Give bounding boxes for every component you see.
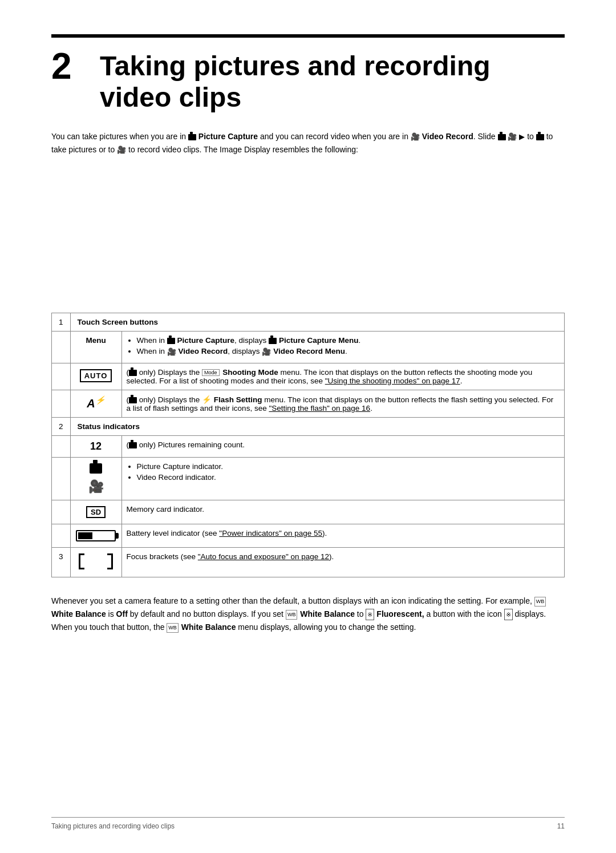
table-row-flash: A⚡ ( only) Displays the ⚡ Flash Setting … (52, 390, 565, 417)
cam-icon-count (129, 442, 137, 448)
table-row-cam-vid: 🎥 Picture Capture indicator. Video Recor… (52, 457, 565, 500)
count-desc-cell: ( only) Pictures remaining count. (121, 435, 564, 457)
section-header-status: Status indicators (70, 417, 564, 435)
row-num-1: 1 (52, 313, 71, 331)
page: 2 Taking pictures and recording video cl… (0, 0, 616, 853)
camvid-desc-list: Picture Capture indicator. Video Record … (137, 462, 560, 482)
empty-num (52, 331, 71, 363)
top-rule (51, 34, 565, 38)
camera-sym (75, 462, 117, 475)
battery-icon-cell (70, 524, 121, 547)
intro-paragraph: You can take pictures when you are in Pi… (51, 130, 565, 156)
white-balance-label-2: White Balance (300, 609, 355, 618)
menu-desc-cell: When in Picture Capture, displays Pictur… (121, 331, 564, 363)
cam-icon-auto (129, 370, 137, 376)
table-row-12: 12 ( only) Pictures remaining count. (52, 435, 565, 457)
empty-num-battery (52, 524, 71, 547)
empty-num-auto (52, 363, 71, 390)
table-row-menu: Menu When in Picture Capture, displays P… (52, 331, 565, 363)
menu-label: Menu (86, 336, 106, 345)
video-record-m1: Video Record (179, 347, 228, 355)
wb-icon-1: WB (534, 597, 546, 607)
vid-icon-m2: 🎥 (262, 347, 271, 356)
power-indicators-link[interactable]: "Power indicators" on page 55 (219, 529, 322, 537)
table-row-2: 2 Status indicators (52, 417, 565, 435)
section-header-touchscreen: Touch Screen buttons (70, 313, 564, 331)
focus-brackets-icon (79, 553, 113, 569)
shooting-modes-link[interactable]: "Using the shooting modes" on page 17 (325, 377, 460, 385)
camera-icon-inline (188, 134, 196, 140)
auto-icon-cell: AUTO (70, 363, 121, 390)
cam-icon-m1 (167, 338, 175, 344)
camvid-icon-cell: 🎥 (70, 457, 121, 500)
flash-icon: A⚡ (87, 397, 104, 410)
chapter-title: Taking pictures and recording video clip… (100, 48, 565, 113)
menu-desc-item-1: When in Picture Capture, displays Pictur… (137, 336, 560, 345)
bracket-left (79, 553, 84, 569)
shooting-mode-label: Shooting Mode (222, 368, 278, 377)
table-row-1: 1 Touch Screen buttons (52, 313, 565, 331)
camera-icon-slide1 (498, 134, 506, 140)
menu-desc-list: When in Picture Capture, displays Pictur… (137, 336, 560, 356)
video-icon-inline: 🎥 (411, 131, 420, 143)
auto-focus-link[interactable]: "Auto focus and exposure" on page 12 (198, 552, 329, 561)
to-word: to (527, 132, 536, 141)
camera-icon-slide2 (536, 134, 544, 140)
wb-icon-3: WB (167, 623, 179, 633)
camvid-desc-1: Picture Capture indicator. (137, 462, 560, 471)
sd-icon: SD (86, 506, 106, 518)
count-icon-cell: 12 (70, 435, 121, 457)
video-icon-slide: 🎥 (508, 131, 517, 143)
mode-icon: Mode (202, 369, 220, 376)
table-row-auto: AUTO ( only) Displays the Mode Shooting … (52, 363, 565, 390)
flash-desc-cell: ( only) Displays the ⚡ Flash Setting men… (121, 390, 564, 417)
empty-num-camvid (52, 457, 71, 500)
reference-table: 1 Touch Screen buttons Menu When in Pict… (51, 313, 565, 577)
white-balance-label-1: White Balance (51, 609, 106, 618)
fluor-icon-2: ※ (504, 609, 513, 620)
vid-icon-m1: 🎥 (167, 347, 176, 356)
video-record-label: Video Record (422, 132, 473, 141)
battery-desc-cell: Battery level indicator (see "Power indi… (121, 524, 564, 547)
brackets-desc-cell: Focus brackets (see "Auto focus and expo… (121, 547, 564, 577)
off-label: Off (116, 609, 128, 618)
video-record-menu: Video Record Menu (273, 347, 345, 355)
bracket-right (107, 553, 113, 569)
battery-icon (76, 530, 116, 541)
auto-desc-cell: ( only) Displays the Mode Shooting Mode … (121, 363, 564, 390)
flash-icon-text: ⚡ Flash Setting (202, 395, 262, 404)
table-row-3: 3 Focus brackets (see "Auto focus and ex… (52, 547, 565, 577)
picture-count-icon: 12 (90, 440, 102, 452)
menu-icon-cell: Menu (70, 331, 121, 363)
footer-right: 11 (557, 822, 565, 830)
empty-num-12 (52, 435, 71, 457)
sd-icon-cell: SD (70, 500, 121, 524)
image-display-area (51, 170, 565, 296)
camvid-desc-cell: Picture Capture indicator. Video Record … (121, 457, 564, 500)
table-row-sd: SD Memory card indicator. (52, 500, 565, 524)
flash-icon-cell: A⚡ (70, 390, 121, 417)
outro-paragraph: Whenever you set a camera feature to a s… (51, 595, 565, 634)
camera-sym-icon (90, 463, 102, 474)
white-balance-label-3: White Balance (181, 622, 236, 632)
row-num-3: 3 (52, 547, 71, 577)
footer-left: Taking pictures and recording video clip… (51, 822, 175, 830)
video-sym: 🎥 (75, 478, 117, 495)
chapter-heading: 2 Taking pictures and recording video cl… (51, 48, 565, 113)
pic-capture-m1: Picture Capture (177, 336, 235, 345)
fluorescent-label: Fluorescent, (376, 609, 424, 618)
table-row-battery: Battery level indicator (see "Power indi… (52, 524, 565, 547)
chapter-number: 2 (51, 48, 83, 84)
picture-capture-label: Picture Capture (198, 132, 258, 141)
cam-icon-m2 (269, 338, 277, 344)
auto-desc: ( only) Displays the Mode Shooting Mode … (127, 368, 533, 385)
row-num-2: 2 (52, 417, 71, 435)
video-icon-slide2: 🎥 (117, 144, 126, 156)
page-footer: Taking pictures and recording video clip… (51, 817, 565, 830)
setting-flash-link[interactable]: "Setting the flash" on page 16 (269, 404, 370, 413)
video-sym-icon: 🎥 (88, 479, 104, 494)
empty-num-flash (52, 390, 71, 417)
auto-button-icon: AUTO (80, 369, 112, 382)
battery-fill (78, 532, 92, 539)
wb-icon-2: WB (286, 610, 298, 620)
